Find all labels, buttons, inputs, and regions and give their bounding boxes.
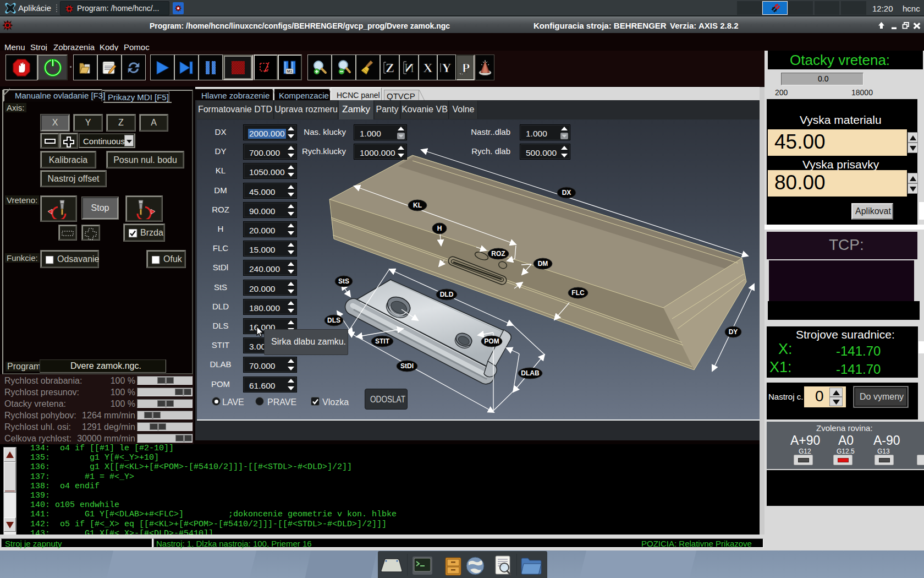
svg-text:DLAB: DLAB xyxy=(521,369,540,377)
svg-text:DY: DY xyxy=(729,328,738,336)
svg-text:STIT: STIT xyxy=(375,337,390,345)
svg-text:POM: POM xyxy=(484,337,499,345)
svg-text:P: P xyxy=(462,61,470,75)
svg-text:X: X xyxy=(423,61,433,75)
svg-text:DLS: DLS xyxy=(327,317,340,324)
svg-text:DX: DX xyxy=(562,189,571,197)
svg-text:H: H xyxy=(437,225,442,232)
svg-text:StS: StS xyxy=(338,277,349,285)
svg-text:DM: DM xyxy=(538,260,548,268)
svg-text:N: N xyxy=(404,61,414,75)
svg-text:DLD: DLD xyxy=(440,291,454,298)
svg-text:KL: KL xyxy=(413,201,422,209)
svg-text:ROZ: ROZ xyxy=(491,250,505,258)
svg-text:Z: Z xyxy=(385,61,394,75)
svg-text:StDl: StDl xyxy=(400,362,414,370)
svg-text:Y: Y xyxy=(442,61,451,75)
svg-text:FLC: FLC xyxy=(571,289,585,297)
svg-text:M1: M1 xyxy=(287,69,293,73)
